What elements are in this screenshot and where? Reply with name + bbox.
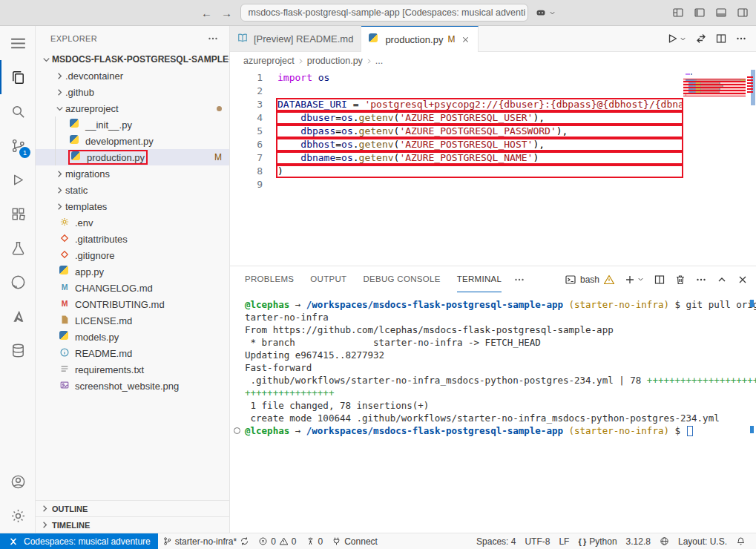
tree-item-github[interactable]: .github — [36, 84, 229, 100]
split-terminal-icon[interactable] — [654, 274, 665, 286]
tree-item-requirements-txt[interactable]: requirements.txt — [36, 361, 229, 378]
breadcrumb-item-[interactable]: ... — [375, 56, 383, 66]
tree-item-development-py[interactable]: development.py — [36, 133, 229, 149]
keyboard-layout-indicator[interactable]: Layout: U.S. — [674, 536, 732, 547]
connect-item[interactable]: Connect — [327, 533, 382, 549]
open-changes-icon[interactable] — [695, 33, 707, 45]
ports-indicator[interactable]: 0 — [301, 533, 328, 549]
tree-root[interactable]: MSDOCS-FLASK-POSTGRESQL-SAMPLE-... — [36, 51, 229, 68]
tree-item-production-py[interactable]: production.pyM — [36, 149, 229, 165]
customize-layout-icon[interactable] — [672, 7, 684, 19]
new-terminal-button[interactable] — [624, 274, 636, 286]
activity-accounts[interactable] — [0, 464, 35, 499]
toggle-secondary-sidebar-icon[interactable] — [737, 7, 749, 19]
tree-item-devcontainer[interactable]: .devcontainer — [36, 68, 229, 84]
maximize-panel-icon[interactable] — [716, 274, 728, 286]
text-lines-icon — [59, 364, 71, 375]
panel-tabs: PROBLEMSOUTPUTDEBUG CONSOLETERMINAL — [245, 266, 502, 292]
toggle-sidebar-icon[interactable] — [694, 7, 706, 19]
command-center-text: msdocs-flask-postgresql-sample-app [Code… — [249, 7, 526, 18]
terminal-body[interactable]: @lcephas → /workspaces/msdocs-flask-post… — [230, 292, 756, 533]
explorer-more-actions-icon[interactable] — [207, 33, 219, 45]
activity-database[interactable] — [0, 333, 35, 367]
notifications-item[interactable] — [732, 536, 750, 546]
azure-icon — [10, 308, 27, 325]
tree-item-models-py[interactable]: models.py — [36, 329, 229, 345]
split-editor-icon[interactable] — [715, 33, 727, 45]
tree-item-readme-md[interactable]: README.md — [36, 345, 229, 361]
activity-menu[interactable] — [0, 26, 35, 60]
tab-preview-readme-md[interactable]: [Preview] README.md — [230, 26, 361, 51]
activity-run-debug[interactable] — [0, 162, 35, 197]
explorer-header: EXPLORER — [36, 26, 229, 51]
copilot-menu[interactable] — [535, 7, 556, 19]
panel-tab-output[interactable]: OUTPUT — [310, 266, 346, 292]
code-editor[interactable]: 1import os23DATABASE_URI = 'postgresql+p… — [230, 70, 756, 266]
activity-azure[interactable] — [0, 299, 35, 333]
globe-item[interactable] — [655, 536, 674, 546]
interpreter-indicator[interactable]: 3.12.8 — [622, 536, 655, 547]
activity-github[interactable] — [0, 265, 35, 299]
tree-item-gitignore[interactable]: .gitignore — [36, 247, 229, 263]
panel-more-actions-icon[interactable] — [695, 274, 707, 286]
branch-indicator[interactable]: starter-no-infra* — [158, 533, 254, 549]
breadcrumb-item-production-py[interactable]: production.py — [307, 56, 363, 66]
remote-indicator[interactable]: Codespaces: musical adventure — [0, 533, 158, 549]
tree-item-gitattributes[interactable]: .gitattributes — [36, 231, 229, 247]
close-panel-icon[interactable] — [737, 274, 749, 286]
panel-tab-debug-console[interactable]: DEBUG CONSOLE — [363, 266, 440, 292]
tree-item-changelog-md[interactable]: MCHANGELOG.md — [36, 280, 229, 296]
terminal-shell-item[interactable]: bash — [565, 274, 615, 286]
forward-arrow-icon[interactable]: → — [220, 7, 234, 19]
tree-item-static[interactable]: static — [36, 182, 229, 198]
tree-item-app-py[interactable]: app.py — [36, 263, 229, 280]
file-label: azureproject — [65, 103, 119, 114]
close-tab-icon[interactable] — [461, 35, 470, 45]
section-outline[interactable]: OUTLINE — [36, 500, 229, 516]
activity-extensions[interactable] — [0, 197, 35, 231]
annotated-code-line: DATABASE_URI = 'postgresql+psycopg2://{d… — [276, 98, 683, 111]
run-python-file-button[interactable] — [666, 33, 678, 45]
code-line-1: 1import os — [230, 71, 683, 85]
overview-ruler[interactable] — [746, 70, 756, 266]
encoding-indicator[interactable]: UTF-8 — [520, 536, 554, 547]
tree-item-screenshot-website-png[interactable]: screenshot_website.png — [36, 378, 229, 394]
activity-settings[interactable] — [0, 499, 35, 533]
tree-item-env[interactable]: .env — [36, 214, 229, 231]
tree-item-templates[interactable]: templates — [36, 198, 229, 214]
scrollbar-thumb[interactable] — [751, 70, 755, 105]
indentation-indicator[interactable]: Spaces: 4 — [472, 536, 520, 547]
panel-tab-terminal[interactable]: TERMINAL — [457, 266, 502, 292]
panel-tabs-more-icon[interactable] — [513, 274, 525, 286]
tree-item-init-py[interactable]: __init__.py — [36, 116, 229, 133]
preview-icon — [237, 33, 249, 45]
activity-source-control[interactable]: 1 — [0, 128, 35, 162]
eol-indicator[interactable]: LF — [554, 536, 573, 547]
terminal-dropdown-chevron-icon[interactable] — [637, 275, 645, 283]
annotated-code-line: ) — [276, 165, 683, 178]
breadcrumb-item-azureproject[interactable]: azureproject — [243, 56, 295, 66]
info-icon — [59, 347, 71, 359]
minimap[interactable] — [683, 70, 746, 266]
panel-tab-problems[interactable]: PROBLEMS — [245, 266, 294, 292]
chevron-right-icon — [297, 57, 305, 65]
tree-item-license-md[interactable]: LICENSE.md — [36, 312, 229, 329]
tab-production-py[interactable]: production.pyM — [361, 26, 479, 52]
activity-explorer[interactable] — [0, 60, 35, 94]
command-decoration-icon[interactable] — [234, 427, 240, 434]
toggle-panel-icon[interactable] — [715, 7, 727, 19]
command-center[interactable]: msdocs-flask-postgresql-sample-app [Code… — [240, 4, 528, 22]
back-arrow-icon[interactable]: ← — [200, 7, 214, 19]
tree-item-migrations[interactable]: migrations — [36, 165, 229, 182]
tree-item-azureproject[interactable]: azureproject — [36, 100, 229, 116]
section-timeline[interactable]: TIMELINE — [36, 516, 229, 533]
more-actions-icon[interactable] — [735, 33, 747, 45]
problems-indicator[interactable]: 0 0 — [254, 533, 300, 549]
language-indicator[interactable]: { } Python — [573, 536, 621, 547]
kill-terminal-icon[interactable] — [674, 274, 686, 286]
minimap-line — [683, 96, 746, 99]
run-dropdown-chevron-icon[interactable] — [679, 35, 687, 43]
activity-search[interactable] — [0, 94, 35, 128]
activity-testing[interactable] — [0, 231, 35, 265]
tree-item-contributing-md[interactable]: MCONTRIBUTING.md — [36, 296, 229, 312]
